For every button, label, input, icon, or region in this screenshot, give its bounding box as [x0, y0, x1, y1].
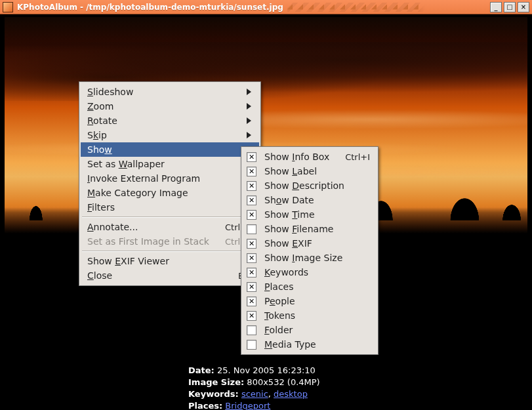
- info-box[interactable]: Date: 25. Nov 2005 16:23:10 Image Size: …: [188, 365, 343, 410]
- submenu-arrow-icon: [247, 132, 253, 138]
- submenu-item-label: Show Image Size: [264, 253, 370, 263]
- submenu-item-label: Show Date: [264, 195, 370, 205]
- menu-item-annotate[interactable]: Annotate...Ctrl+1: [81, 220, 259, 234]
- submenu-item-places[interactable]: Places: [243, 279, 377, 294]
- submenu-item-label: Tokens: [264, 310, 370, 321]
- submenu-item-label: Media Type: [264, 339, 370, 350]
- menu-separator: [82, 251, 258, 252]
- submenu-item-keywords[interactable]: Keywords: [243, 265, 377, 279]
- menu-item-close[interactable]: CloseEsc: [81, 268, 259, 283]
- checkbox-icon: [247, 282, 256, 292]
- checkbox-icon: [247, 253, 256, 263]
- menu-separator: [82, 216, 258, 218]
- menu-item-label: Set as First Image in Stack: [87, 236, 209, 247]
- menu-item-set-as-first-image-in-stack: Set as First Image in StackCtrl+4: [81, 234, 259, 249]
- menu-item-filters[interactable]: Filters: [81, 200, 259, 215]
- titlebar-decoration: [287, 3, 486, 12]
- checkbox-icon: [247, 340, 256, 350]
- submenu-item-label: Folder: [264, 325, 370, 335]
- submenu-item-label: Show Info Box: [264, 152, 332, 162]
- submenu-item-media-type[interactable]: Media Type: [243, 337, 377, 352]
- menu-item-label: Show: [87, 144, 243, 155]
- menu-item-label: Close: [87, 270, 222, 281]
- menu-item-label: Filters: [87, 202, 243, 213]
- keyword-link[interactable]: scenic: [241, 389, 268, 399]
- checkbox-icon: [247, 167, 256, 176]
- checkbox-icon: [247, 239, 256, 249]
- checkbox-icon: [247, 181, 256, 191]
- show-submenu[interactable]: Show Info BoxCtrl+IShow LabelShow Descri…: [241, 146, 379, 355]
- menu-item-label: Rotate: [87, 115, 243, 126]
- minimize-button[interactable]: _: [490, 2, 502, 12]
- submenu-item-show-info-box[interactable]: Show Info BoxCtrl+I: [243, 150, 377, 164]
- checkbox-icon: [247, 311, 256, 321]
- submenu-arrow-icon: [247, 103, 253, 110]
- info-keywords: Keywords: scenic, desktop: [188, 388, 343, 400]
- checkbox-icon: [247, 152, 256, 162]
- menu-item-skip[interactable]: Skip: [81, 128, 259, 142]
- submenu-item-show-image-size[interactable]: Show Image Size: [243, 251, 377, 265]
- submenu-item-show-description[interactable]: Show Description: [243, 178, 377, 193]
- menu-item-show[interactable]: Show: [81, 142, 259, 157]
- checkbox-icon: [247, 195, 256, 205]
- keyword-link[interactable]: desktop: [274, 389, 308, 399]
- menu-item-set-as-wallpaper[interactable]: Set as Wallpaper: [81, 157, 259, 171]
- checkbox-icon: [247, 210, 256, 220]
- submenu-item-show-time[interactable]: Show Time: [243, 207, 377, 222]
- menu-item-label: Zoom: [87, 101, 243, 112]
- info-date: Date: 25. Nov 2005 16:23:10: [188, 365, 343, 377]
- viewer-body: Date: 25. Nov 2005 16:23:10 Image Size: …: [0, 14, 532, 410]
- menu-item-label: Slideshow: [87, 87, 243, 97]
- submenu-item-label: Keywords: [264, 267, 370, 277]
- submenu-arrow-icon: [247, 89, 253, 95]
- checkbox-icon: [247, 297, 256, 306]
- submenu-item-folder[interactable]: Folder: [243, 323, 377, 337]
- submenu-item-tokens[interactable]: Tokens: [243, 308, 377, 323]
- submenu-item-label: Show Label: [264, 166, 370, 176]
- context-menu[interactable]: SlideshowZoomRotateSkipShowSet as Wallpa…: [79, 81, 261, 286]
- menu-item-label: Make Category Image: [87, 188, 243, 198]
- submenu-item-show-date[interactable]: Show Date: [243, 193, 377, 207]
- menu-item-label: Skip: [87, 130, 243, 140]
- submenu-item-show-label[interactable]: Show Label: [243, 164, 377, 178]
- info-places: Places: Bridgeport: [188, 400, 343, 410]
- app-icon: [3, 2, 13, 12]
- menu-item-zoom[interactable]: Zoom: [81, 99, 259, 113]
- submenu-arrow-icon: [247, 117, 253, 124]
- menu-item-make-category-image[interactable]: Make Category Image: [81, 186, 259, 200]
- menu-item-label: Set as Wallpaper: [87, 159, 243, 169]
- maximize-button[interactable]: □: [504, 2, 516, 12]
- checkbox-icon: [247, 268, 256, 277]
- checkbox-icon: [247, 325, 256, 335]
- info-image-size: Image Size: 800x532 (0.4MP): [188, 377, 343, 388]
- submenu-item-label: Show Filename: [264, 224, 370, 234]
- submenu-item-people[interactable]: People: [243, 294, 377, 308]
- close-window-button[interactable]: ×: [518, 2, 529, 12]
- submenu-item-label: Show EXIF: [264, 238, 370, 249]
- place-link[interactable]: Bridgeport: [225, 401, 270, 410]
- window-title: KPhotoAlbum - /tmp/kphotoalbum-demo-mtur…: [17, 3, 283, 12]
- menu-item-rotate[interactable]: Rotate: [81, 113, 259, 128]
- checkbox-icon: [247, 224, 256, 234]
- submenu-item-label: Show Time: [264, 209, 370, 220]
- submenu-item-label: Places: [264, 281, 370, 292]
- submenu-item-show-filename[interactable]: Show Filename: [243, 222, 377, 236]
- menu-item-label: Invoke External Program: [87, 173, 243, 184]
- window-buttons: _ □ ×: [490, 2, 529, 12]
- menu-item-invoke-external-program[interactable]: Invoke External Program: [81, 171, 259, 186]
- submenu-item-accelerator: Ctrl+I: [345, 152, 370, 162]
- titlebar[interactable]: KPhotoAlbum - /tmp/kphotoalbum-demo-mtur…: [0, 0, 532, 14]
- submenu-item-label: Show Description: [264, 180, 370, 191]
- menu-item-slideshow[interactable]: Slideshow: [81, 85, 259, 99]
- menu-item-show-exif-viewer[interactable]: Show EXIF Viewer: [81, 254, 259, 268]
- menu-item-label: Annotate...: [87, 222, 209, 232]
- submenu-item-label: People: [264, 296, 370, 306]
- menu-item-label: Show EXIF Viewer: [87, 256, 253, 266]
- submenu-item-show-exif[interactable]: Show EXIF: [243, 236, 377, 251]
